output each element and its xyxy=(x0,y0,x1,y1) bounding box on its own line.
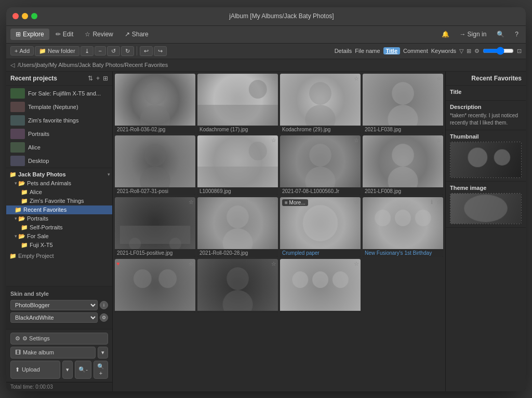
filename-label[interactable]: File name xyxy=(355,48,380,54)
photo-cell[interactable]: ☆2021-LF015-positive.jpg xyxy=(115,197,195,257)
search-button[interactable]: 🔍 xyxy=(494,29,508,39)
tab-review[interactable]: ☆ Review xyxy=(79,29,118,40)
comment-label[interactable]: Comment xyxy=(403,48,428,54)
settings-button[interactable]: ⚙ ⚙ Settings xyxy=(10,333,108,345)
redo-button[interactable]: ↪ xyxy=(154,46,167,56)
skin-select[interactable]: PhotoBlogger xyxy=(10,300,98,310)
remove-button[interactable]: − xyxy=(95,46,106,56)
new-folder-button[interactable]: 📁 New folder xyxy=(35,46,79,56)
close-button[interactable] xyxy=(12,13,19,19)
photo-filename: Crumpled paper xyxy=(280,249,361,257)
star-icon[interactable]: ☆ xyxy=(436,137,442,144)
undo-button[interactable]: ↩ xyxy=(140,46,153,56)
tree-item-zims[interactable]: 📁 Zim's Favorite Things xyxy=(6,197,112,205)
star-icon[interactable]: ☆ xyxy=(354,75,359,82)
tab-share[interactable]: ↗ Share xyxy=(119,29,154,40)
keywords-label[interactable]: Keywords xyxy=(431,48,456,54)
project-zims[interactable]: Zim's favorite things xyxy=(6,114,112,127)
sidebar-header-icons: ⇅ + ⊞ xyxy=(88,75,108,82)
star-icon[interactable]: ☆ xyxy=(354,137,359,144)
zoom-in-button[interactable]: 🔍+ xyxy=(94,361,108,379)
star-icon[interactable]: ☆ xyxy=(354,199,359,205)
heart-icon[interactable]: ♥ xyxy=(116,260,120,267)
grid-projects-icon[interactable]: ⊞ xyxy=(103,75,108,82)
tree-item-alice[interactable]: 📁 Alice xyxy=(6,188,112,197)
tree-item-portraits-branch[interactable]: ▾ 📂 Portraits xyxy=(6,214,112,223)
back-arrow[interactable]: ◁ xyxy=(10,62,15,68)
project-portraits[interactable]: Portraits xyxy=(6,127,112,141)
tree-item-emptyproject[interactable]: 📁 Empty Project xyxy=(6,252,112,260)
title-label[interactable]: Title xyxy=(383,47,400,54)
star-icon[interactable]: ☆ xyxy=(271,260,276,267)
star-icon[interactable]: ☆ xyxy=(189,260,194,267)
details-label[interactable]: Details xyxy=(335,48,352,54)
project-forsale[interactable]: For Sale: Fujifilm X-T5 and... xyxy=(6,87,112,100)
import-icon: ⤓ xyxy=(85,48,89,54)
slider-icon[interactable]: ⚙ xyxy=(474,48,480,54)
sort-icon[interactable]: ⇅ xyxy=(88,75,93,82)
help-button[interactable]: ? xyxy=(512,29,522,39)
tree-item-recent-favorites[interactable]: 📁 Recent Favorites xyxy=(6,205,112,214)
photo-cell[interactable]: ☆2021-LF008.jpg xyxy=(363,135,443,195)
photo-cell[interactable]: ☆≡ More...Crumpled paper xyxy=(280,197,361,257)
photo-cell[interactable]: ☆2021-Roll-020-28.jpg xyxy=(197,197,278,257)
add-project-icon[interactable]: + xyxy=(96,75,100,82)
signin-button[interactable]: → Sign in xyxy=(457,29,490,39)
zoom-slider[interactable] xyxy=(483,47,514,55)
project-desktop[interactable]: Desktop xyxy=(6,154,112,168)
import-button[interactable]: ⤓ xyxy=(81,46,94,56)
notifications-button[interactable]: 🔔 xyxy=(438,29,453,39)
photo-cell[interactable]: ☆♥ xyxy=(115,259,195,313)
star-icon[interactable]: ☆ xyxy=(189,137,194,144)
photo-cell[interactable]: ☆ℹNew Fusionary's 1st Birthday xyxy=(363,197,443,257)
filter-icon[interactable]: ▽ xyxy=(459,48,463,54)
photo-cell[interactable]: ☆2021-LF038.jpg xyxy=(363,74,443,133)
make-album-dropdown[interactable]: ▾ xyxy=(98,347,108,359)
photo-cell[interactable]: ☆2021-07-08-L1000560.Jr xyxy=(280,135,361,195)
star-icon[interactable]: ☆ xyxy=(354,260,359,267)
star-icon[interactable]: ☆ xyxy=(436,75,442,82)
tree-item-pets[interactable]: ▾ 📂 Pets and Animals xyxy=(6,179,112,188)
titlebar: jAlbum [My Albums/Jack Baty Photos] xyxy=(6,7,526,26)
style-select[interactable]: BlackAndWhite xyxy=(10,312,98,323)
upload-button[interactable]: ⬆ Upload xyxy=(10,361,60,379)
tree-item-fuji[interactable]: 📁 Fuji X-T5 xyxy=(6,241,112,250)
rotate-right-button[interactable]: ↻ xyxy=(121,46,134,56)
star-icon[interactable]: ☆ xyxy=(189,75,194,82)
photo-cell[interactable]: ☆ xyxy=(280,259,361,313)
star-icon[interactable]: ☆ xyxy=(271,137,276,144)
photo-cell[interactable]: ☆Kodachrome (29).jpg xyxy=(280,74,361,133)
style-settings-button[interactable]: ⚙ xyxy=(100,313,108,322)
more-button[interactable]: ≡ More... xyxy=(282,199,308,206)
photo-cell[interactable]: ☆2021-Roll-036-02.jpg xyxy=(115,74,195,133)
photo-cell[interactable]: ☆2021-Roll-027-31-posi xyxy=(115,135,195,195)
grid-view-icon[interactable]: ⊡ xyxy=(517,48,522,54)
info-icon[interactable]: ℹ xyxy=(431,199,433,205)
project-alice[interactable]: Alice xyxy=(6,141,112,154)
photo-cell[interactable]: ☆Kodachrome (17).jpg xyxy=(197,74,278,133)
rp-description-section: Description *taken* recently. I just not… xyxy=(446,101,526,130)
maximize-button[interactable] xyxy=(31,13,37,19)
tree-item-selfportraits[interactable]: 📁 Self-Portraits xyxy=(6,223,112,232)
photo-cell[interactable]: ☆ xyxy=(197,259,278,313)
skin-info-button[interactable]: i xyxy=(100,301,108,309)
tree-item-forsale-branch[interactable]: ▾ 📂 For Sale xyxy=(6,232,112,241)
tab-edit[interactable]: ✏ Edit xyxy=(50,29,79,40)
rotate-left-button[interactable]: ↺ xyxy=(107,46,120,56)
add-button[interactable]: + Add xyxy=(10,46,34,56)
star-icon[interactable]: ☆ xyxy=(436,199,442,205)
star-icon[interactable]: ☆ xyxy=(271,199,276,205)
zoom-out-button[interactable]: 🔍- xyxy=(75,361,91,379)
project-template[interactable]: Template (Neptune) xyxy=(6,100,112,114)
photo-image xyxy=(280,259,361,311)
upload-dropdown[interactable]: ▾ xyxy=(62,361,73,379)
make-album-button[interactable]: 🎞 Make album xyxy=(10,347,96,359)
minimize-button[interactable] xyxy=(22,13,28,19)
view-toggle-icon[interactable]: ⊞ xyxy=(467,48,471,54)
photo-image xyxy=(115,197,195,249)
star-icon[interactable]: ☆ xyxy=(189,199,194,205)
tab-explore[interactable]: ⊞ Explore xyxy=(10,29,49,40)
tree-item-jackbaty[interactable]: 📁 Jack Baty Photos ▾ xyxy=(6,170,112,179)
photo-cell[interactable]: ☆L1000869.jpg xyxy=(197,135,278,195)
star-icon[interactable]: ☆ xyxy=(271,75,276,82)
